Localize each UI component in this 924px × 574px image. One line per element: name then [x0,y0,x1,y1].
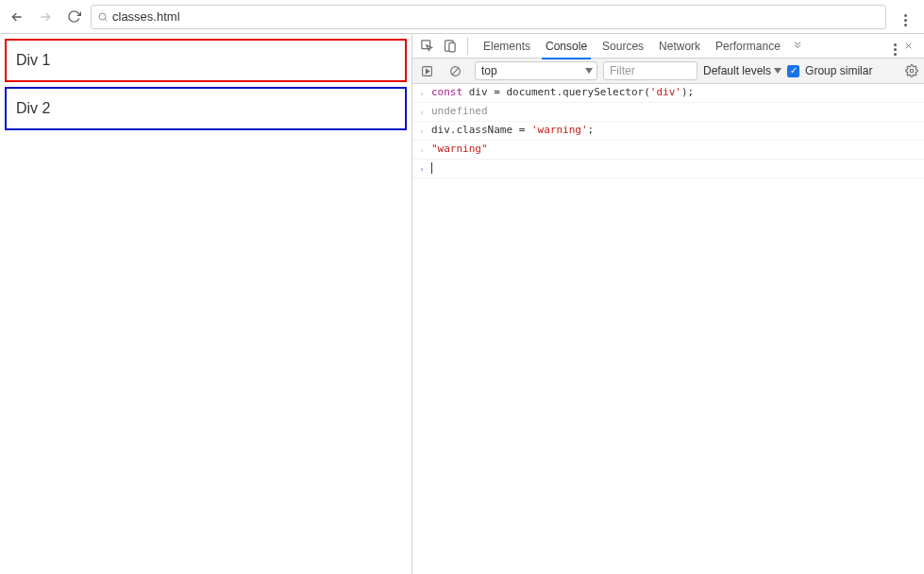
console-return-line: ‹ "warning" [412,141,924,160]
tab-performance[interactable]: Performance [708,34,788,59]
tab-sources[interactable]: Sources [595,34,651,59]
group-similar-checkbox[interactable]: ✓ [787,65,799,77]
console-return-line: ‹ undefined [412,103,924,122]
devtools-menu[interactable] [886,36,903,56]
chevron-down-icon [774,68,781,74]
console-input-line: › div.className = 'warning'; [412,122,924,141]
page-content: Div 1 Div 2 [0,34,412,574]
svg-point-0 [99,13,106,20]
text-cursor [431,162,432,174]
browser-menu[interactable] [892,7,918,26]
devtools-panel: Elements Console Sources Network Perform… [412,34,924,574]
console-settings-icon[interactable] [905,64,918,77]
console-filter-input[interactable]: Filter [603,61,697,80]
search-icon [97,11,109,23]
inspect-element-icon[interactable] [418,38,435,55]
console-input-line: › const div = document.querySelector('di… [412,84,924,103]
devtools-tabbar: Elements Console Sources Network Perform… [412,34,924,59]
tab-network[interactable]: Network [651,34,708,59]
log-levels-selector[interactable]: Default levels [703,64,781,77]
svg-point-6 [910,69,914,73]
address-bar[interactable]: classes.html [91,5,886,29]
context-value: top [481,64,497,77]
tab-elements[interactable]: Elements [476,34,538,59]
group-similar-label: Group similar [805,64,872,77]
browser-toolbar: classes.html [0,0,924,34]
console-run-icon[interactable] [418,62,435,79]
context-selector[interactable]: top [475,61,597,80]
address-text: classes.html [112,9,880,24]
chevron-down-icon [585,68,593,74]
svg-rect-3 [448,42,454,51]
tabs-overflow-icon[interactable] [792,41,809,52]
console-toolbar: top Filter Default levels ✓ Group simila… [412,59,924,84]
console-prompt[interactable]: › [412,160,924,178]
clear-console-icon[interactable] [446,62,463,79]
device-toggle-icon[interactable] [441,38,458,55]
div-2: Div 2 [5,87,407,130]
reload-button[interactable] [62,6,85,28]
devtools-close[interactable] [903,41,920,51]
forward-button[interactable] [34,6,57,28]
back-button[interactable] [6,6,28,28]
console-output[interactable]: › const div = document.querySelector('di… [412,84,924,574]
tab-console[interactable]: Console [538,34,595,59]
div-1: Div 1 [5,39,407,82]
